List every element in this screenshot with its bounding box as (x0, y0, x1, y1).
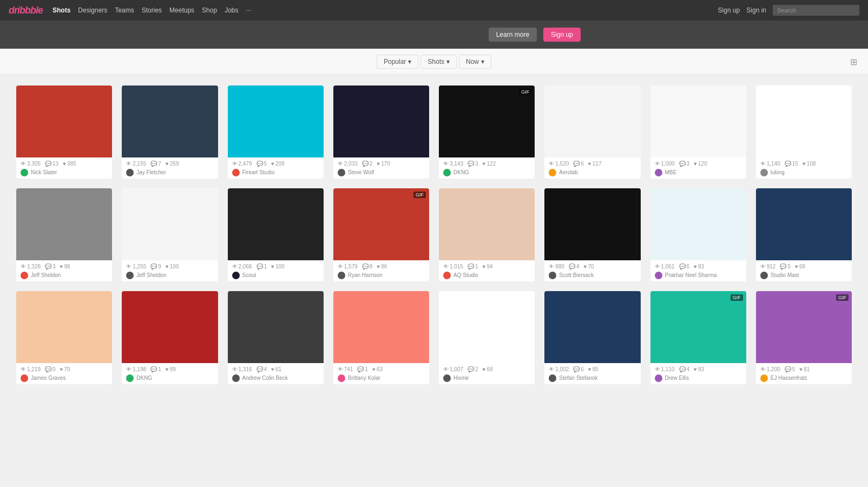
shot-thumbnail[interactable] (544, 188, 640, 260)
nav-more[interactable]: ··· (246, 6, 252, 14)
author-name[interactable]: Ryan Harrison (348, 272, 383, 278)
author-name[interactable]: Brittany Kolar (348, 375, 380, 381)
shot-card[interactable]: GIF 👁 3,143 💬 3 ♥ 122 DKNG (439, 85, 535, 179)
shot-thumbnail[interactable] (16, 291, 112, 363)
shot-thumbnail[interactable] (333, 291, 429, 363)
shot-thumbnail[interactable] (650, 85, 746, 157)
author-name[interactable]: James Graves (31, 375, 65, 381)
shot-thumbnail[interactable] (439, 291, 535, 363)
shot-card[interactable]: 👁 2,479 💬 5 ♥ 208 Fireart Studio (228, 85, 324, 179)
grid-view-icon[interactable]: ⊞ (850, 56, 857, 67)
author-name[interactable]: Jeff Sheldon (136, 272, 166, 278)
author-name[interactable]: EJ Hassenfratz (771, 375, 807, 381)
author-name[interactable]: DKNG (453, 169, 469, 175)
avatar (126, 169, 134, 176)
shot-meta: 👁 3,143 💬 3 ♥ 122 DKNG (439, 157, 535, 179)
shot-thumbnail[interactable] (16, 188, 112, 260)
popular-filter[interactable]: Popular ▾ (377, 55, 418, 69)
shots-filter[interactable]: Shots ▾ (420, 55, 457, 69)
shot-stats: 👁 1,219 💬 0 ♥ 70 (21, 366, 108, 372)
shot-thumbnail[interactable]: GIF (439, 85, 535, 157)
nav-signin-link[interactable]: Sign in (746, 6, 766, 14)
author-name[interactable]: luking (771, 169, 785, 175)
shot-thumbnail[interactable] (122, 85, 218, 157)
author-name[interactable]: Jeff Sheldon (31, 272, 61, 278)
shot-card[interactable]: 👁 1,061 💬 6 ♥ 83 Prakhar Neel Sharma (650, 188, 746, 281)
shot-card[interactable]: 👁 1,002 💬 6 ♥ 85 Stefan Stefanok (544, 291, 640, 384)
shot-card[interactable]: 👁 741 💬 1 ♥ 63 Brittany Kolar (333, 291, 429, 384)
nav-meetups[interactable]: Meetups (169, 6, 194, 14)
nav-stories[interactable]: Stories (142, 6, 162, 14)
shot-thumbnail[interactable] (228, 188, 324, 260)
shot-card[interactable]: GIF 👁 1,579 💬 8 ♥ 86 Ryan Harrison (333, 188, 429, 281)
author-name[interactable]: Andrew Colin Beck (242, 375, 288, 381)
learn-more-button[interactable]: Learn more (489, 28, 537, 42)
shot-card[interactable]: 👁 1,219 💬 0 ♥ 70 James Graves (16, 291, 112, 384)
shot-thumbnail[interactable]: GIF (650, 291, 746, 363)
nav-shop[interactable]: Shop (202, 6, 217, 14)
shot-card[interactable]: 👁 1,015 💬 1 ♥ 94 AQ Studio (439, 188, 535, 281)
shot-card[interactable]: 👁 1,255 💬 9 ♥ 100 Jeff Sheldon (122, 188, 218, 281)
shot-meta: 👁 1,007 💬 2 ♥ 68 Hixme (439, 363, 535, 384)
shot-card[interactable]: 👁 2,066 💬 1 ♥ 100 Scout (228, 188, 324, 281)
shot-thumbnail[interactable]: GIF (756, 291, 852, 363)
shot-card[interactable]: 👁 1,316 💬 4 ♥ 61 Andrew Colin Beck (228, 291, 324, 384)
heart-icon: ♥ (483, 161, 486, 167)
shot-card[interactable]: 👁 1,000 💬 3 ♥ 120 MBE (650, 85, 746, 179)
shot-card[interactable]: 👁 1,198 💬 1 ♥ 89 DKNG (122, 291, 218, 384)
author-name[interactable]: Studio Mast (771, 272, 799, 278)
author-name[interactable]: Drew Ellis (665, 375, 689, 381)
shot-thumbnail[interactable] (122, 291, 218, 363)
shot-thumbnail[interactable] (756, 85, 852, 157)
author-name[interactable]: Fireart Studio (242, 169, 275, 175)
shot-card[interactable]: 👁 3,305 💬 13 ♥ 385 Nick Slater (16, 85, 112, 179)
shot-card[interactable]: 👁 1,140 💬 15 ♥ 108 luking (756, 85, 852, 179)
author-name[interactable]: MBE (665, 169, 677, 175)
author-name[interactable]: Nick Slater (31, 169, 57, 175)
search-input[interactable] (773, 5, 859, 16)
shot-meta: 👁 2,479 💬 5 ♥ 208 Fireart Studio (228, 157, 324, 179)
author-name[interactable]: Hixme (453, 375, 469, 381)
shot-card[interactable]: 👁 1,520 💬 6 ♥ 117 Aerolab (544, 85, 640, 179)
author-name[interactable]: Scout (242, 272, 257, 278)
nav-shots[interactable]: Shots (52, 6, 70, 14)
shot-card[interactable]: GIF 👁 1,200 💬 5 ♥ 81 EJ Hassenfratz (756, 291, 852, 384)
nav-designers[interactable]: Designers (78, 6, 107, 14)
author-name[interactable]: Stefan Stefanok (559, 375, 597, 381)
shot-thumbnail[interactable] (544, 291, 640, 363)
now-filter[interactable]: Now ▾ (459, 55, 491, 69)
stat-comments: 💬 0 (45, 366, 56, 372)
shot-thumbnail[interactable]: GIF (333, 188, 429, 260)
banner-signup-button[interactable]: Sign up (543, 28, 581, 42)
shot-thumbnail[interactable] (228, 85, 324, 157)
shot-thumbnail[interactable] (650, 188, 746, 260)
shot-thumbnail[interactable] (756, 188, 852, 260)
shot-thumbnail[interactable] (122, 188, 218, 260)
nav-jobs[interactable]: Jobs (225, 6, 238, 14)
author-name[interactable]: DKNG (136, 375, 152, 381)
avatar (126, 272, 134, 279)
shot-thumbnail[interactable] (228, 291, 324, 363)
author-name[interactable]: Prakhar Neel Sharma (665, 272, 717, 278)
avatar (21, 272, 28, 279)
shot-thumbnail[interactable] (544, 85, 640, 157)
shot-thumbnail[interactable] (16, 85, 112, 157)
shot-card[interactable]: 👁 1,328 💬 3 ♥ 98 Jeff Sheldon (16, 188, 112, 281)
shot-thumbnail[interactable] (439, 188, 535, 260)
shot-card[interactable]: GIF 👁 1,110 💬 4 ♥ 83 Drew Ellis (650, 291, 746, 384)
shot-card[interactable]: 👁 2,033 💬 2 ♥ 170 Steve Wolf (333, 85, 429, 179)
comment-icon: 💬 (45, 366, 51, 372)
author-name[interactable]: Steve Wolf (348, 169, 374, 175)
nav-signup-link[interactable]: Sign up (718, 6, 740, 14)
nav-teams[interactable]: Teams (115, 6, 134, 14)
shot-card[interactable]: 👁 1,007 💬 2 ♥ 68 Hixme (439, 291, 535, 384)
author-name[interactable]: Aerolab (559, 169, 577, 175)
author-name[interactable]: AQ Studio (453, 272, 478, 278)
shot-card[interactable]: 👁 2,155 💬 7 ♥ 259 Jay Fletcher (122, 85, 218, 179)
shot-thumbnail[interactable] (333, 85, 429, 157)
shot-card[interactable]: 👁 880 💬 4 ♥ 70 Scott Biersack (544, 188, 640, 281)
logo[interactable]: dribbble (9, 5, 43, 16)
author-name[interactable]: Jay Fletcher (136, 169, 166, 175)
shot-card[interactable]: 👁 912 💬 5 ♥ 68 Studio Mast (756, 188, 852, 281)
author-name[interactable]: Scott Biersack (559, 272, 594, 278)
